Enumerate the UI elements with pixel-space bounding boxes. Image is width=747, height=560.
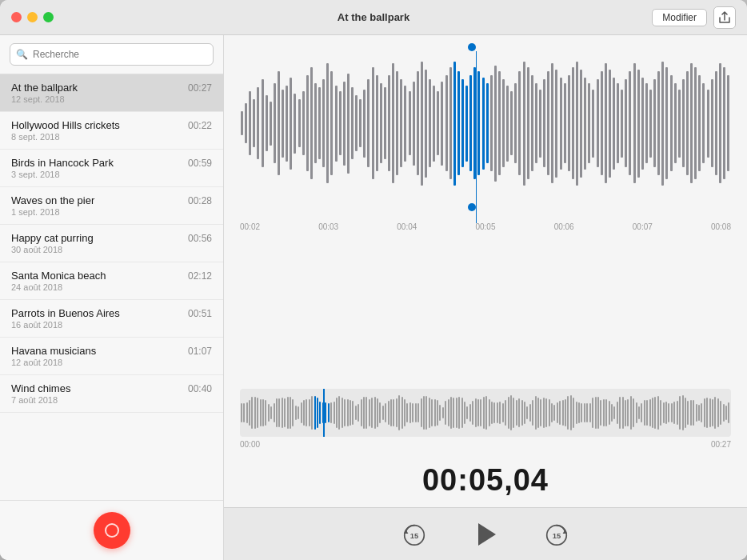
waveform-bar bbox=[400, 79, 402, 167]
waveform-detail-section[interactable]: 00:0200:0300:0400:0500:0600:0700:08 bbox=[224, 35, 747, 389]
overview-bar bbox=[595, 397, 597, 429]
overview-bar bbox=[369, 399, 370, 427]
waveform-bar bbox=[702, 83, 705, 163]
overview-bar bbox=[557, 402, 558, 424]
recordings-list: At the ballpark 00:27 12 sept. 2018 Holl… bbox=[0, 74, 223, 500]
overview-bar bbox=[425, 396, 427, 430]
recording-item[interactable]: Wind chimes 00:40 7 août 2018 bbox=[0, 375, 223, 413]
overview-bar bbox=[657, 396, 659, 429]
recording-item[interactable]: Happy cat purring 00:56 30 août 2018 bbox=[0, 225, 223, 262]
time-tick: 00:03 bbox=[318, 222, 338, 231]
waveform-bar bbox=[539, 90, 541, 158]
waveform-bar bbox=[686, 71, 689, 175]
overview-bar bbox=[570, 395, 572, 430]
waveform-bar bbox=[690, 63, 693, 183]
overview-bar bbox=[687, 401, 689, 425]
waveform-bar bbox=[314, 83, 317, 163]
waveform-bar bbox=[282, 90, 284, 158]
waveform-bar bbox=[376, 75, 378, 171]
skip-back-button[interactable]: 15 bbox=[401, 521, 428, 548]
overview-bar bbox=[385, 403, 386, 423]
overview-bar bbox=[543, 398, 545, 427]
waveform-bar bbox=[727, 75, 729, 171]
overview-playhead bbox=[323, 389, 325, 437]
skip-back-icon: 15 bbox=[401, 521, 428, 548]
play-button[interactable] bbox=[468, 517, 503, 552]
overview-bar bbox=[241, 403, 242, 422]
overview-bar bbox=[617, 402, 618, 424]
overview-bar bbox=[696, 404, 697, 422]
overview-bar bbox=[589, 403, 591, 423]
recording-item[interactable]: Hollywood Hills crickets 00:22 8 sept. 2… bbox=[0, 112, 223, 150]
recording-duration: 00:22 bbox=[188, 120, 212, 131]
waveform-bar bbox=[453, 62, 456, 186]
share-button[interactable] bbox=[713, 6, 736, 29]
waveform-bar bbox=[633, 63, 636, 183]
waveform-bar bbox=[245, 103, 247, 143]
overview-bar bbox=[292, 399, 294, 426]
svg-text:15: 15 bbox=[410, 530, 419, 539]
overview-bar bbox=[565, 399, 566, 426]
overview-bar bbox=[249, 400, 250, 426]
waveform-bar bbox=[270, 102, 272, 146]
overview-bar bbox=[306, 399, 307, 426]
waveform-bar bbox=[339, 91, 342, 155]
waveform-bar bbox=[555, 70, 557, 178]
overview-bar bbox=[646, 400, 648, 426]
overview-bar bbox=[434, 399, 436, 426]
waveform-bar bbox=[641, 78, 644, 170]
waveform-bar bbox=[249, 91, 251, 155]
waveform-bar bbox=[457, 71, 460, 175]
recording-date: 16 août 2018 bbox=[11, 320, 212, 330]
waveform-bar bbox=[409, 91, 411, 155]
waveform-bar bbox=[637, 70, 640, 178]
playhead-dot-top bbox=[468, 43, 476, 51]
overview-bar bbox=[325, 402, 326, 422]
waveform-bar bbox=[645, 83, 648, 163]
recording-item[interactable]: Waves on the pier 00:28 1 sept. 2018 bbox=[0, 187, 223, 225]
overview-bar bbox=[301, 402, 302, 423]
waveform-bar bbox=[518, 71, 521, 175]
overview-bar bbox=[551, 403, 553, 422]
overview-bar bbox=[638, 406, 640, 419]
waveform-overview-bars bbox=[240, 389, 731, 437]
time-tick: 00:06 bbox=[554, 222, 574, 231]
overview-bar bbox=[475, 398, 477, 427]
titlebar: At the ballpark Modifier bbox=[0, 0, 747, 35]
recording-item[interactable]: Havana musicians 01:07 12 août 2018 bbox=[0, 338, 223, 375]
overview-bar bbox=[690, 400, 692, 425]
waveform-bar bbox=[584, 78, 586, 170]
overview-bar bbox=[278, 398, 280, 428]
waveform-bar bbox=[396, 71, 398, 175]
skip-forward-button[interactable]: 15 bbox=[543, 521, 570, 548]
record-button[interactable] bbox=[94, 512, 130, 549]
overview-bar bbox=[363, 397, 365, 430]
overview-bar bbox=[524, 402, 525, 423]
recording-item[interactable]: Santa Monica beach 02:12 24 août 2018 bbox=[0, 262, 223, 300]
maximize-button[interactable] bbox=[43, 12, 54, 22]
waveform-overview[interactable] bbox=[240, 389, 731, 437]
modifier-button[interactable]: Modifier bbox=[652, 9, 707, 26]
overview-bar bbox=[480, 399, 481, 427]
overview-bar bbox=[246, 402, 248, 423]
waveform-bar bbox=[657, 71, 660, 175]
overview-bar bbox=[489, 399, 490, 426]
waveform-bar bbox=[723, 67, 725, 179]
recording-duration: 00:40 bbox=[188, 383, 212, 394]
waveform-bar bbox=[433, 86, 435, 162]
overview-bar bbox=[409, 402, 411, 422]
waveform-bar bbox=[302, 91, 305, 155]
overview-bar bbox=[499, 402, 501, 423]
waveform-bar bbox=[461, 79, 464, 167]
recording-item[interactable]: Parrots in Buenos Aires 00:51 16 août 20… bbox=[0, 300, 223, 338]
recording-item[interactable]: At the ballpark 00:27 12 sept. 2018 bbox=[0, 74, 223, 112]
overview-bar bbox=[725, 406, 727, 420]
minimize-button[interactable] bbox=[27, 12, 38, 22]
close-button[interactable] bbox=[11, 12, 22, 22]
svg-text:15: 15 bbox=[553, 530, 561, 539]
waveform-bar bbox=[609, 70, 611, 178]
waveform-bar bbox=[355, 95, 358, 151]
overview-bar bbox=[317, 398, 318, 429]
search-input[interactable] bbox=[10, 43, 214, 66]
recording-item[interactable]: Birds in Hancock Park 00:59 3 sept. 2018 bbox=[0, 150, 223, 187]
